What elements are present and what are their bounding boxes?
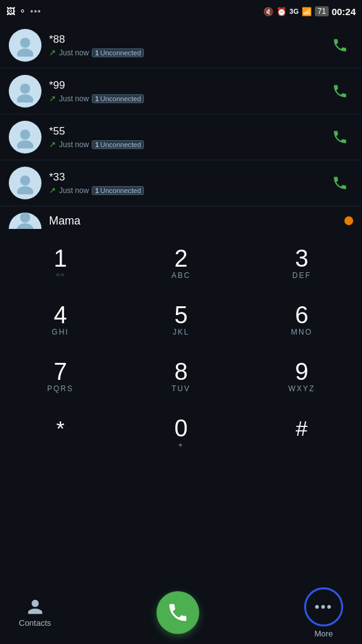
svg-point-9 [17, 223, 33, 229]
call-item[interactable]: *88 ↗ Just now 1 Unconnected [0, 23, 362, 69]
mama-name: Mama [49, 214, 344, 228]
more-label: More [314, 629, 333, 638]
call-button[interactable] [327, 170, 353, 196]
alarm-icon: ⏰ [277, 7, 287, 16]
call-info: *33 ↗ Just now 1 Unconnected [49, 171, 327, 195]
fab-phone-icon [167, 601, 189, 624]
avatar [9, 29, 41, 62]
call-name: *99 [49, 79, 327, 92]
call-button[interactable] [327, 78, 353, 104]
recent-calls-list: *88 ↗ Just now 1 Unconnected *99 ↗ Jus [0, 23, 362, 235]
svg-point-1 [17, 48, 33, 57]
more-nav-item[interactable]: ••• More [304, 587, 343, 638]
dialer: 1 ○○ 2 ABC 3 DEF 4 GHI 5 JKL 6 MNO 7 PQR… [0, 235, 362, 468]
call-button[interactable] [327, 32, 353, 58]
svg-point-5 [17, 140, 33, 148]
dialer-key-7[interactable]: 7 PQRS [0, 348, 121, 405]
more-icon: ••• [30, 6, 41, 16]
call-info: *55 ↗ Just now 1 Unconnected [49, 125, 327, 149]
avatar [9, 75, 41, 108]
voicemail-indicator [344, 216, 353, 225]
network-type-icon: 3G [290, 8, 299, 15]
call-meta: ↗ Just now 1 Unconnected [49, 140, 327, 149]
outgoing-arrow: ↗ [49, 140, 56, 149]
sim-badge: 1 Unconnected [92, 48, 144, 57]
dialer-key-1[interactable]: 1 ○○ [0, 235, 121, 292]
dialer-grid: 1 ○○ 2 ABC 3 DEF 4 GHI 5 JKL 6 MNO 7 PQR… [0, 235, 362, 462]
dialer-key-4[interactable]: 4 GHI [0, 292, 121, 348]
dialer-key-8[interactable]: 8 TUV [121, 348, 241, 405]
dialer-key-hash[interactable]: # [241, 405, 362, 462]
avatar [9, 121, 41, 153]
call-button[interactable] [327, 124, 353, 150]
mama-call-item[interactable]: Mama [0, 206, 362, 235]
call-item[interactable]: *33 ↗ Just now 1 Unconnected [0, 160, 362, 206]
call-name: *88 [49, 33, 327, 46]
call-item[interactable]: *99 ↗ Just now 1 Unconnected [0, 69, 362, 114]
call-fab-button[interactable] [156, 591, 199, 634]
mute-icon: 🔇 [263, 7, 273, 16]
call-info: *88 ↗ Just now 1 Unconnected [49, 33, 327, 57]
dialer-key-9[interactable]: 9 WXYZ [241, 348, 362, 405]
mama-avatar [9, 213, 41, 229]
call-meta: ↗ Just now 1 Unconnected [49, 94, 327, 103]
call-name: *33 [49, 171, 327, 184]
dialer-key-5[interactable]: 5 JKL [121, 292, 241, 348]
status-left-icons: 🖼 ⚬ ••• [6, 6, 41, 16]
call-info: *99 ↗ Just now 1 Unconnected [49, 79, 327, 103]
call-time: Just now [59, 94, 89, 103]
call-time: Just now [59, 186, 89, 195]
svg-point-8 [20, 213, 30, 223]
signal-icon: 📶 [302, 7, 312, 16]
sim-badge: 1 Unconnected [92, 140, 144, 149]
battery-indicator: 71 [315, 6, 328, 16]
avatar [9, 167, 41, 199]
call-meta: ↗ Just now 1 Unconnected [49, 186, 327, 195]
outgoing-arrow: ↗ [49, 94, 56, 103]
contacts-label: Contacts [19, 618, 51, 628]
sim-badge: 1 Unconnected [92, 94, 144, 103]
svg-point-7 [17, 186, 33, 194]
dialer-key-0[interactable]: 0 + [121, 405, 241, 462]
call-item[interactable]: *55 ↗ Just now 1 Unconnected [0, 114, 362, 160]
call-time: Just now [59, 48, 89, 57]
contacts-nav-item[interactable]: Contacts [19, 598, 51, 628]
dot-icon: ⚬ [19, 6, 26, 16]
camera-icon: 🖼 [6, 6, 15, 16]
dialer-key-3[interactable]: 3 DEF [241, 235, 362, 292]
svg-point-0 [20, 38, 30, 48]
svg-point-6 [20, 175, 30, 186]
svg-point-4 [20, 130, 30, 140]
sim-badge: 1 Unconnected [92, 186, 144, 195]
svg-point-3 [17, 94, 33, 103]
dialer-key-6[interactable]: 6 MNO [241, 292, 362, 348]
dialer-key-2[interactable]: 2 ABC [121, 235, 241, 292]
status-bar: 🖼 ⚬ ••• 🔇 ⏰ 3G 📶 71 00:24 [0, 0, 362, 23]
status-right-icons: 🔇 ⏰ 3G 📶 71 00:24 [263, 6, 356, 17]
call-time: Just now [59, 140, 89, 149]
call-meta: ↗ Just now 1 Unconnected [49, 48, 327, 57]
bottom-nav: Contacts ••• More [0, 581, 362, 644]
outgoing-arrow: ↗ [49, 48, 56, 57]
call-name: *55 [49, 125, 327, 138]
dialer-key-star[interactable]: * [0, 405, 121, 462]
clock: 00:24 [332, 6, 356, 17]
outgoing-arrow: ↗ [49, 186, 56, 195]
contacts-icon [26, 598, 44, 616]
more-icon: ••• [314, 599, 332, 615]
svg-point-2 [20, 84, 30, 94]
more-circle: ••• [304, 587, 343, 626]
